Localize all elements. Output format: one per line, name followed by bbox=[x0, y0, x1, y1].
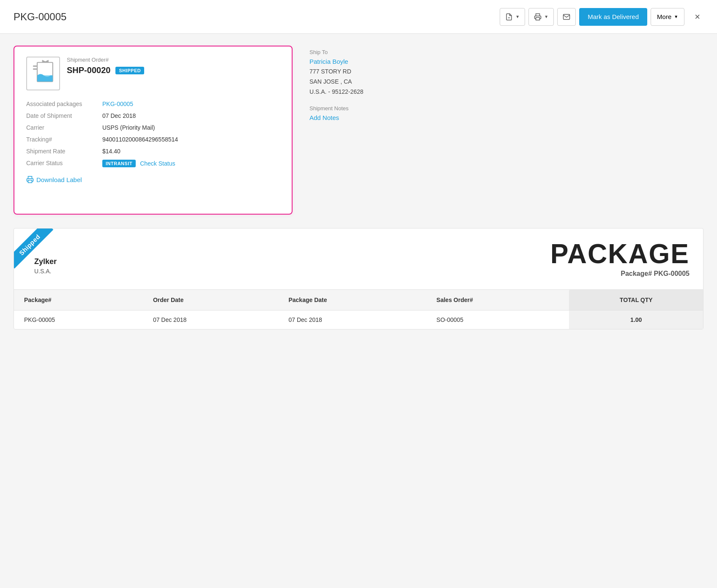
address-line3: U.S.A. - 95122-2628 bbox=[309, 87, 703, 97]
carrier-status-row: INTRANSIT Check Status bbox=[102, 160, 280, 167]
cell-order-date: 07 Dec 2018 bbox=[143, 310, 279, 329]
shipment-header: Shipment Order# SHP-00020 SHIPPED bbox=[26, 57, 280, 90]
address-line2: SAN JOSE , CA bbox=[309, 77, 703, 87]
check-status-link[interactable]: Check Status bbox=[140, 160, 175, 167]
package-big-title: PACKAGE bbox=[550, 240, 690, 267]
col-header-sales-order: Sales Order# bbox=[426, 290, 569, 310]
intransit-badge: INTRANSIT bbox=[102, 160, 136, 167]
package-number-row: Package# PKG-00005 bbox=[621, 270, 690, 278]
cell-package-num: PKG-00005 bbox=[14, 310, 143, 329]
shipped-ribbon-text: Shipped bbox=[14, 229, 53, 269]
shipment-card: Shipment Order# SHP-00020 SHIPPED Associ… bbox=[14, 46, 293, 215]
top-section: Shipment Order# SHP-00020 SHIPPED Associ… bbox=[14, 46, 703, 215]
package-title-area: PACKAGE Package# PKG-00005 bbox=[537, 229, 703, 289]
printer-icon bbox=[26, 176, 34, 183]
more-button[interactable]: More ▼ bbox=[651, 8, 684, 26]
package-table: Package# Order Date Package Date Sales O… bbox=[14, 290, 703, 329]
shipped-badge: SHIPPED bbox=[115, 67, 144, 74]
col-header-package-date: Package Date bbox=[278, 290, 426, 310]
shipment-notes-label: Shipment Notes bbox=[309, 105, 703, 112]
more-label: More bbox=[657, 13, 671, 20]
ship-to-label: Ship To bbox=[309, 49, 703, 55]
package-header: Shipped Zylker U.S.A. PACKAGE Package# P… bbox=[14, 229, 703, 290]
shipment-order-number: SHP-00020 bbox=[67, 65, 110, 75]
print-chevron: ▼ bbox=[544, 14, 548, 19]
package-company-info: Zylker U.S.A. bbox=[14, 229, 537, 289]
shipment-svg-icon bbox=[28, 59, 58, 88]
date-value: 07 Dec 2018 bbox=[102, 112, 280, 119]
shipment-order-label: Shipment Order# bbox=[67, 57, 144, 63]
print-icon bbox=[534, 13, 542, 21]
svg-rect-1 bbox=[536, 17, 540, 20]
mark-delivered-button[interactable]: Mark as Delivered bbox=[579, 8, 647, 26]
tracking-value: 94001102000864296558514 bbox=[102, 136, 280, 143]
ship-to-section: Ship To Patricia Boyle 777 STORY RD SAN … bbox=[309, 46, 703, 215]
pdf-chevron: ▼ bbox=[515, 14, 520, 19]
cell-total-qty: 1.00 bbox=[569, 310, 703, 329]
table-row: PKG-00005 07 Dec 2018 07 Dec 2018 SO-000… bbox=[14, 310, 703, 329]
tracking-label: Tracking# bbox=[26, 136, 102, 143]
page-title: PKG-00005 bbox=[14, 11, 500, 23]
print-button[interactable]: ▼ bbox=[528, 8, 554, 26]
ship-to-address: 777 STORY RD SAN JOSE , CA U.S.A. - 9512… bbox=[309, 67, 703, 97]
download-label-link[interactable]: Download Label bbox=[26, 176, 82, 183]
close-button[interactable]: × bbox=[691, 10, 703, 24]
company-country: U.S.A. bbox=[34, 268, 523, 275]
package-number-label: Package# bbox=[621, 270, 652, 277]
main-content: Shipment Order# SHP-00020 SHIPPED Associ… bbox=[0, 34, 717, 341]
download-label-row: Download Label bbox=[26, 176, 280, 183]
col-header-order-date: Order Date bbox=[143, 290, 279, 310]
cell-sales-order: SO-00005 bbox=[426, 310, 569, 329]
shipped-ribbon: Shipped bbox=[14, 229, 65, 279]
package-number-value: PKG-00005 bbox=[654, 270, 690, 277]
rate-label: Shipment Rate bbox=[26, 148, 102, 155]
carrier-label: Carrier bbox=[26, 124, 102, 131]
pdf-icon bbox=[505, 13, 513, 21]
shipment-order-info: Shipment Order# SHP-00020 SHIPPED bbox=[67, 57, 144, 75]
associated-packages-label: Associated packages bbox=[26, 101, 102, 107]
shipment-icon bbox=[26, 57, 60, 90]
header-actions: ▼ ▼ Mark as Delivered More ▼ × bbox=[500, 8, 703, 26]
page-header: PKG-00005 ▼ ▼ Ma bbox=[0, 0, 717, 34]
more-chevron: ▼ bbox=[674, 14, 678, 19]
cell-package-date: 07 Dec 2018 bbox=[278, 310, 426, 329]
col-header-total-qty: TOTAL QTY bbox=[569, 290, 703, 310]
download-label-text: Download Label bbox=[36, 176, 82, 183]
ship-to-name[interactable]: Patricia Boyle bbox=[309, 58, 703, 65]
svg-rect-7 bbox=[28, 180, 32, 183]
add-notes-link[interactable]: Add Notes bbox=[309, 114, 703, 121]
pdf-button[interactable]: ▼ bbox=[500, 8, 525, 26]
email-button[interactable] bbox=[557, 8, 576, 26]
package-section: Shipped Zylker U.S.A. PACKAGE Package# P… bbox=[14, 228, 703, 329]
col-header-package: Package# bbox=[14, 290, 143, 310]
email-icon bbox=[563, 13, 570, 21]
shipment-details: Associated packages PKG-00005 Date of Sh… bbox=[26, 101, 280, 167]
date-label: Date of Shipment bbox=[26, 112, 102, 119]
address-line1: 777 STORY RD bbox=[309, 67, 703, 77]
table-header-row: Package# Order Date Package Date Sales O… bbox=[14, 290, 703, 310]
carrier-status-label: Carrier Status bbox=[26, 160, 102, 167]
shipment-order-row: SHP-00020 SHIPPED bbox=[67, 65, 144, 75]
company-name: Zylker bbox=[34, 257, 523, 266]
carrier-value: USPS (Priority Mail) bbox=[102, 124, 280, 131]
associated-packages-value[interactable]: PKG-00005 bbox=[102, 101, 280, 107]
rate-value: $14.40 bbox=[102, 148, 280, 155]
